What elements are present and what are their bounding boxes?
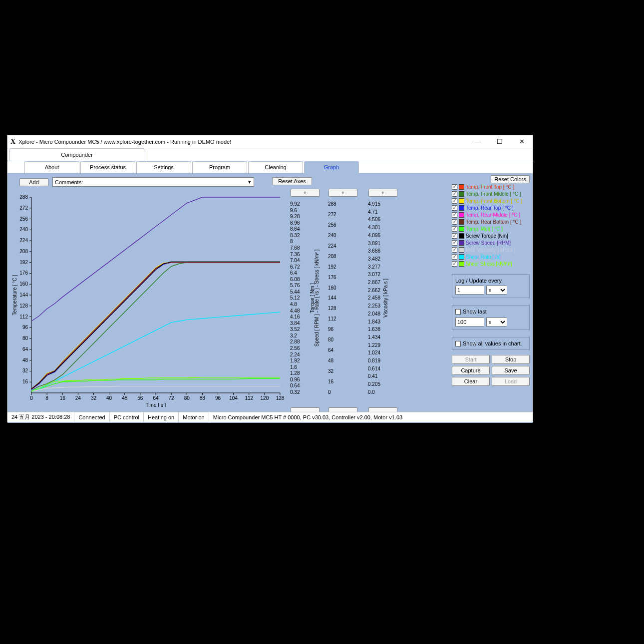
svg-text:40: 40	[106, 395, 112, 401]
log-update-group: Log / Update every s	[452, 274, 530, 298]
comments-combo[interactable]: Comments: ▾	[52, 177, 254, 187]
legend-item: ✓Temp. Rear Bottom [ °C ]	[452, 218, 530, 225]
add-button[interactable]: Add	[19, 178, 48, 186]
legend-item: ✓Shear Rate [ /s]	[452, 253, 530, 260]
close-button[interactable]: ✕	[511, 135, 533, 148]
legend-label: Screw Torque [Nm]	[466, 233, 508, 239]
stop-button[interactable]: Stop	[492, 355, 530, 364]
legend-checkbox[interactable]: ✓	[452, 184, 457, 190]
legend-checkbox[interactable]: ✓	[452, 233, 457, 239]
legend-checkbox[interactable]: ✓	[452, 198, 457, 204]
status-connection: Connected	[74, 412, 109, 422]
show-last-checkbox[interactable]	[455, 309, 461, 315]
svg-text:72: 72	[169, 395, 175, 401]
legend-item: ✓Temp. Front Top [ °C ]	[452, 183, 530, 190]
svg-text:256: 256	[19, 216, 28, 222]
chart: 2882722562402242081921761601441281129680…	[10, 190, 288, 407]
legend-label: Temp. Melt [ °C ]	[466, 226, 503, 232]
svg-text:240: 240	[19, 227, 28, 232]
chevron-down-icon[interactable]: ▾	[246, 179, 254, 185]
legend-label: Screw Speed [RPM]	[466, 240, 511, 246]
tab-program[interactable]: Program	[192, 161, 247, 173]
show-all-checkbox[interactable]	[455, 341, 461, 346]
clear-button[interactable]: Clear	[452, 377, 490, 386]
legend-item: ✓Melt Viscosity [ kPa.s ]	[452, 246, 530, 253]
status-pc-control: PC control	[109, 412, 143, 422]
svg-text:88: 88	[200, 395, 206, 401]
legend-checkbox[interactable]: ✓	[452, 212, 457, 218]
svg-text:16: 16	[22, 379, 28, 384]
legend-checkbox[interactable]: ✓	[452, 205, 457, 211]
svg-text:176: 176	[19, 270, 28, 276]
window-title: Xplore - Micro Compounder MC5 / www.xplo…	[18, 139, 231, 145]
capture-button[interactable]: Capture	[452, 366, 490, 375]
legend-swatch	[459, 191, 464, 197]
reset-colors-button[interactable]: Reset Colors	[491, 175, 530, 183]
load-button[interactable]: Load	[492, 377, 530, 386]
show-last-group: Show last s	[452, 305, 530, 330]
legend-swatch	[459, 247, 464, 253]
tab-process-status[interactable]: Process status	[80, 161, 135, 173]
show-last-input[interactable]	[455, 318, 484, 326]
legend-item: ✓Temp. Melt [ °C ]	[452, 225, 530, 232]
legend-label: Shear Stress [kN/m²]	[466, 261, 512, 267]
log-update-unit[interactable]: s	[486, 286, 507, 295]
legend-label: Temp. Rear Middle [ °C ]	[466, 212, 520, 218]
legend-checkbox[interactable]: ✓	[452, 254, 457, 260]
main-tab-row: Compounder	[7, 148, 533, 161]
legend-item: ✓Screw Speed [RPM]	[452, 239, 530, 246]
show-all-label: Show all values in chart.	[463, 340, 522, 346]
speed-plus-button[interactable]: +	[328, 189, 357, 197]
torque-plus-button[interactable]: +	[291, 189, 320, 197]
legend-label: Temp. Rear Bottom [ °C ]	[466, 219, 521, 225]
tab-settings[interactable]: Settings	[136, 161, 191, 173]
legend-checkbox[interactable]: ✓	[452, 191, 457, 197]
status-heating: Heating on	[143, 412, 178, 422]
svg-text:120: 120	[261, 395, 269, 401]
svg-text:112: 112	[245, 395, 253, 401]
axis-viscosity: + 4.9154.714.5064.3014.0963.8913.6863.48…	[365, 190, 401, 406]
maximize-button[interactable]: ☐	[489, 135, 511, 148]
legend-swatch	[459, 226, 464, 232]
svg-text:96: 96	[215, 395, 221, 401]
legend-checkbox[interactable]: ✓	[452, 219, 457, 225]
reset-axes-button[interactable]: Reset Axes	[272, 177, 312, 185]
tab-graph[interactable]: Graph	[304, 161, 359, 173]
legend-checkbox[interactable]: ✓	[452, 247, 457, 253]
svg-text:160: 160	[19, 281, 28, 287]
legend-swatch	[459, 254, 464, 260]
show-last-unit[interactable]: s	[486, 318, 507, 326]
legend-item: ✓Screw Torque [Nm]	[452, 232, 530, 239]
status-motor: Motor on	[178, 412, 208, 422]
tab-about[interactable]: About	[24, 161, 79, 173]
subtab-row: About Process status Settings Program Cl…	[7, 161, 533, 173]
legend-checkbox[interactable]: ✓	[452, 240, 457, 246]
legend-swatch	[459, 219, 464, 225]
main-tab-compounder[interactable]: Compounder	[9, 148, 144, 161]
log-update-input[interactable]	[455, 286, 484, 295]
svg-text:64: 64	[153, 395, 159, 401]
svg-text:32: 32	[91, 395, 97, 401]
legend-checkbox[interactable]: ✓	[452, 261, 457, 267]
legend-item: ✓Temp. Front Middle [ °C ]	[452, 190, 530, 197]
svg-text:32: 32	[22, 368, 28, 373]
legend-label: Temp. Front Top [ °C ]	[466, 184, 514, 190]
app-window: X Xplore - Micro Compounder MC5 / www.xp…	[7, 135, 533, 422]
legend-checkbox[interactable]: ✓	[452, 226, 457, 232]
svg-text:144: 144	[19, 292, 28, 298]
save-button[interactable]: Save	[492, 366, 530, 375]
svg-text:128: 128	[276, 395, 285, 401]
start-button[interactable]: Start	[452, 355, 490, 364]
show-last-label: Show last	[463, 309, 487, 315]
minimize-button[interactable]: —	[467, 135, 489, 148]
svg-text:48: 48	[122, 395, 128, 401]
svg-text:80: 80	[184, 395, 190, 401]
svg-text:64: 64	[22, 346, 28, 352]
svg-text:104: 104	[229, 395, 238, 401]
svg-text:24: 24	[75, 395, 81, 401]
svg-text:288: 288	[19, 194, 28, 200]
log-update-label: Log / Update every	[455, 278, 526, 284]
titlebar: X Xplore - Micro Compounder MC5 / www.xp…	[7, 135, 533, 148]
tab-cleaning[interactable]: Cleaning	[248, 161, 303, 173]
viscosity-plus-button[interactable]: +	[368, 189, 397, 197]
